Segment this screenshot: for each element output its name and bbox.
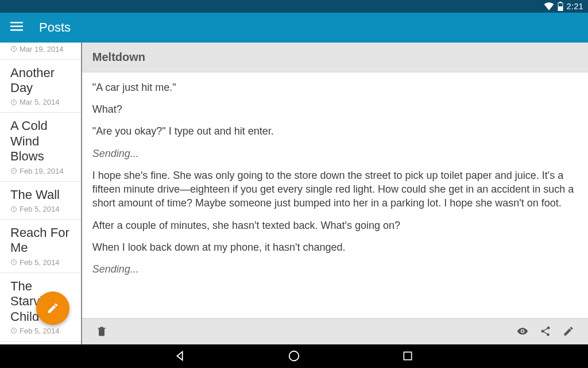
nav-recent[interactable]	[400, 348, 416, 364]
screen: 2:21 Posts Mar 19, 2014Another DayMar 5,…	[0, 0, 588, 368]
home-icon	[288, 350, 300, 362]
list-item[interactable]: Another DayMar 5, 2014	[0, 60, 81, 113]
detail-paragraph: "A car just hit me."	[92, 80, 578, 94]
detail-paragraph: Sending...	[92, 147, 578, 160]
post-date: Mar 5, 2014	[20, 98, 59, 106]
post-date: Feb 5, 2014	[20, 258, 59, 267]
clock-icon	[10, 259, 17, 266]
edit-button[interactable]	[557, 320, 580, 343]
detail-pane: Meltdown "A car just hit me."What?"Are y…	[82, 43, 588, 344]
android-navbar	[0, 344, 588, 368]
menu-icon[interactable]	[10, 22, 23, 33]
app-bar-title: Posts	[39, 20, 71, 35]
nav-back[interactable]	[172, 348, 188, 364]
list-item[interactable]: Reach For MeFeb 5, 2014	[0, 220, 81, 273]
pencil-icon	[563, 325, 574, 337]
svg-rect-3	[10, 22, 23, 24]
post-date: Feb 5, 2014	[20, 327, 59, 335]
post-date-row: Feb 5, 2014	[10, 205, 71, 213]
eye-icon	[516, 325, 529, 337]
post-date-row: Feb 19, 2014	[10, 167, 71, 175]
clock-icon	[10, 99, 17, 106]
detail-body[interactable]: "A car just hit me."What?"Are you okay?"…	[82, 72, 588, 318]
detail-paragraph: Sending...	[92, 262, 578, 276]
post-title: A Cold Wind Blows	[10, 118, 71, 164]
post-date-row: Feb 5, 2014	[10, 327, 71, 335]
pencil-icon	[47, 302, 59, 315]
status-bar: 2:21	[0, 0, 588, 13]
post-title: The Wall	[10, 187, 71, 202]
trash-icon	[96, 325, 107, 337]
detail-paragraph: What?	[92, 102, 578, 116]
svg-point-13	[289, 351, 299, 361]
list-item[interactable]: The WallFeb 5, 2014	[0, 182, 81, 220]
detail-paragraph: After a couple of minutes, she hasn't te…	[92, 218, 578, 232]
post-date-row: Feb 5, 2014	[10, 258, 71, 267]
post-title: Reach For Me	[10, 225, 71, 256]
compose-fab[interactable]	[36, 292, 69, 325]
back-icon	[174, 350, 187, 362]
detail-title: Meltdown	[92, 51, 578, 64]
clock-icon	[10, 167, 17, 174]
svg-rect-14	[404, 352, 411, 360]
wifi-icon	[544, 2, 554, 10]
share-icon	[540, 325, 551, 337]
nav-home[interactable]	[286, 348, 302, 364]
post-date: Mar 19, 2014	[20, 45, 64, 53]
share-button[interactable]	[534, 320, 557, 343]
svg-rect-4	[10, 25, 23, 27]
battery-icon	[558, 2, 563, 11]
svg-rect-2	[558, 6, 563, 11]
delete-button[interactable]	[90, 320, 113, 343]
list-item[interactable]: About The AuthorFeb 5, 2014	[0, 342, 81, 344]
post-list[interactable]: Mar 19, 2014Another DayMar 5, 2014A Cold…	[0, 43, 82, 344]
detail-paragraph: When I look back down at my phone, it ha…	[92, 240, 578, 254]
post-date-row: Mar 5, 2014	[10, 98, 71, 106]
svg-rect-5	[10, 29, 23, 31]
detail-paragraph: "Are you okay?" I type out and hit enter…	[92, 124, 578, 138]
app-bar: Posts	[0, 13, 588, 42]
detail-paragraph: I hope she's fine. She was only going to…	[92, 168, 578, 210]
list-item[interactable]: A Cold Wind BlowsFeb 19, 2014	[0, 113, 81, 181]
clock-icon	[10, 327, 17, 334]
list-item[interactable]: Mar 19, 2014	[0, 43, 81, 60]
preview-button[interactable]	[511, 320, 534, 343]
recent-icon	[402, 350, 413, 362]
post-date: Feb 19, 2014	[20, 167, 64, 175]
status-clock: 2:21	[567, 2, 583, 11]
clock-icon	[10, 206, 17, 213]
detail-toolbar	[82, 318, 588, 344]
clock-icon	[10, 45, 17, 52]
post-title: Another Day	[10, 66, 71, 96]
post-date-row: Mar 19, 2014	[10, 45, 71, 53]
content-area: Mar 19, 2014Another DayMar 5, 2014A Cold…	[0, 43, 588, 344]
detail-header: Meltdown	[82, 43, 588, 72]
post-date: Feb 5, 2014	[20, 205, 59, 213]
